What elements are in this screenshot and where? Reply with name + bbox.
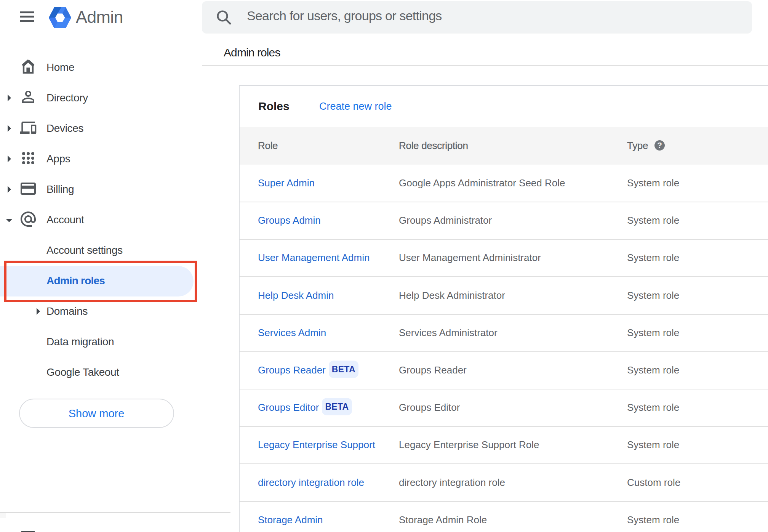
svg-text:?: ? [657, 141, 662, 149]
